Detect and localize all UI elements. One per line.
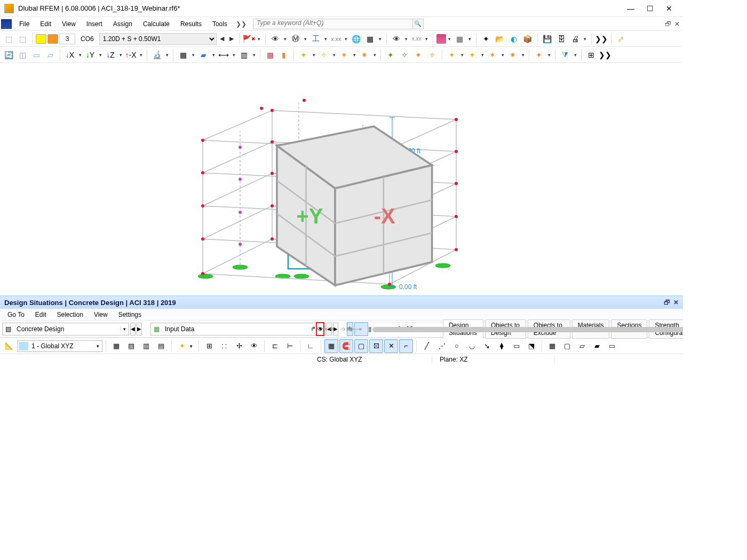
filter-right-icon[interactable]: ↱ 👁 x.xx ➩ ✖ ⇤ ⇥ ▦ 🌐 🖼 ? (354, 322, 368, 336)
topic-next-button[interactable]: ▶ (137, 323, 142, 335)
tool-star-dropdown[interactable]: ▾ (190, 343, 195, 349)
axis-m-icon[interactable]: Ⓜ (289, 33, 302, 45)
load-number-field[interactable]: 3 (59, 34, 75, 44)
line-dash-icon[interactable]: ⋰ (435, 339, 449, 353)
arc-icon[interactable]: ◡ (465, 339, 479, 353)
dash-iso3-icon[interactable]: ▭ (605, 339, 619, 353)
vertex-icon[interactable]: ⧫ (495, 339, 508, 353)
numeric-label-icon[interactable]: x.xx (330, 33, 343, 45)
wall2-icon[interactable]: ▦ (454, 33, 466, 45)
snap-end-icon[interactable]: ⊏ (268, 339, 282, 353)
next-combo-button[interactable]: ▶ (227, 35, 236, 42)
app-menu-icon[interactable] (1, 19, 12, 29)
menu-results[interactable]: Results (175, 19, 207, 29)
new-file-icon[interactable]: ✦ (480, 33, 492, 45)
diag2-icon[interactable]: ⬔ (525, 339, 538, 353)
axis-z-icon[interactable]: ↓Z (104, 49, 117, 61)
osnap-rect-icon[interactable]: ▢ (354, 339, 368, 353)
shift-right-icon[interactable]: ⇥ (356, 322, 362, 336)
refresh-view-icon[interactable]: 🔄 (2, 49, 15, 61)
tangent-icon[interactable]: ↘ (480, 339, 494, 353)
star13-icon[interactable]: ✦ (533, 49, 545, 61)
menu-insert[interactable]: Insert (81, 19, 108, 29)
expand-toolbar2-icon[interactable]: ❯❯ (599, 49, 611, 61)
menu-calculate[interactable]: Calculate (138, 19, 175, 29)
star10-icon[interactable]: ✦ (466, 49, 479, 61)
tool-a1-icon[interactable]: ▦ (109, 339, 123, 353)
hierarchy2-icon[interactable]: ⬚ (16, 33, 29, 45)
menu-expand-icon[interactable]: ❯❯ (233, 20, 250, 28)
model-viewport[interactable]: 0.00 ft 10.00 ft 20.00 ft 30.00 ft 40.00… (0, 63, 683, 295)
circle-icon[interactable]: ○ (450, 339, 464, 353)
sync-view-icon[interactable]: 👁 (316, 322, 324, 336)
result-eye-icon[interactable]: 👁 (390, 33, 403, 45)
tool-a3-icon[interactable]: ▥ (139, 339, 153, 353)
star5-icon[interactable]: ✦ (384, 49, 397, 61)
search-input[interactable]: Type a keyword (Alt+Q) (253, 19, 413, 29)
result-numeric-icon[interactable]: x.xx (410, 33, 423, 45)
star1-icon[interactable]: ✦ (297, 49, 310, 61)
nav-cube[interactable]: +Y -X (0, 68, 677, 301)
edge-icon[interactable]: ▭ (510, 339, 523, 353)
dash-iso1-icon[interactable]: ▱ (575, 339, 589, 353)
cs-select[interactable]: 1 - Global XYZ ▾ (17, 340, 102, 352)
panel-menu-settings[interactable]: Settings (113, 310, 147, 319)
dash-box-icon[interactable]: ▢ (560, 339, 574, 353)
panel-menu-edit[interactable]: Edit (30, 310, 52, 319)
save-as-icon[interactable]: 🗄 (555, 33, 568, 45)
tool-a4-icon[interactable]: ▤ (154, 339, 168, 353)
wall-icon[interactable] (436, 34, 446, 44)
box2-icon[interactable]: ▱ (44, 49, 57, 61)
iso-view-icon[interactable]: ◫ (16, 49, 29, 61)
osnap-grid-icon[interactable]: ▦ (324, 339, 338, 353)
load-combination-select[interactable]: 1.20D + S + 0.50W1 (99, 33, 217, 45)
hierarchy1-icon[interactable]: ⬚ (2, 33, 15, 45)
osnap-diag-icon[interactable]: ⛝ (369, 339, 383, 353)
color-swatch-yellow[interactable] (36, 34, 46, 44)
snap-dots-icon[interactable]: ⸬ (217, 339, 231, 353)
panel-menu-selection[interactable]: Selection (52, 310, 89, 319)
data-type-select[interactable]: ▦ Input Data ▾ (150, 323, 325, 335)
snap-mid-icon[interactable]: ⊢ (283, 339, 297, 353)
snap-eye-icon[interactable]: 👁 (247, 339, 261, 353)
cloud-icon[interactable]: ◐ (507, 33, 520, 45)
span-icon[interactable]: ⟷ (217, 49, 230, 61)
table-icon[interactable]: ▦ (177, 49, 189, 61)
color-swatch-orange[interactable] (47, 34, 58, 44)
dash-grid-icon[interactable]: ▦ (545, 339, 559, 353)
doc-close-button[interactable]: ✕ (674, 20, 680, 28)
osnap-magnet-icon[interactable]: 🧲 (339, 339, 353, 353)
minimize-button[interactable]: — (621, 1, 640, 16)
ibeam-icon[interactable]: 工 (309, 33, 322, 45)
snap-angle-icon[interactable]: ∟ (304, 339, 317, 353)
prev-combo-button[interactable]: ◀ (218, 35, 226, 42)
menu-tools[interactable]: Tools (207, 19, 233, 29)
design-topic-select[interactable]: ▧ Concrete Design ▾ (2, 323, 129, 335)
insert-row-icon[interactable]: ➩ (340, 322, 346, 336)
columns-icon[interactable]: ▥ (237, 49, 250, 61)
star9-icon[interactable]: ✦ (446, 49, 458, 61)
osnap-x-icon[interactable]: ✕ (384, 339, 398, 353)
globe-icon[interactable]: 🌐 (350, 33, 363, 45)
panel-menu-view[interactable]: View (89, 310, 113, 319)
star7-icon[interactable]: ✦ (412, 49, 425, 61)
filter-icon[interactable]: ⧩ (559, 49, 571, 61)
star8-icon[interactable]: ✧ (426, 49, 439, 61)
expand-toolbar-icon[interactable]: ❯❯ (595, 33, 608, 45)
print-icon[interactable]: 🖨 (569, 33, 582, 45)
osnap-tick-icon[interactable]: ⌐ (399, 339, 413, 353)
grid-icon[interactable]: ⊞ (585, 49, 598, 61)
menu-file[interactable]: File (14, 19, 35, 29)
mesh-icon[interactable]: ▩ (264, 49, 276, 61)
doc-restore-button[interactable]: 🗗 (665, 20, 671, 28)
flag-dropdown[interactable]: ▾ (257, 36, 262, 42)
axis-y-icon[interactable]: ↓Y (84, 49, 97, 61)
star4-icon[interactable]: ✷ (358, 49, 371, 61)
star11-icon[interactable]: ✶ (486, 49, 499, 61)
shift-left-icon[interactable]: ⇤ (351, 322, 356, 336)
maximize-button[interactable]: ☐ (640, 1, 659, 16)
axis-x-icon[interactable]: ↓X (63, 49, 76, 61)
delete-row-icon[interactable]: ✖ (346, 322, 351, 336)
snap-grid-icon[interactable]: ⊞ (202, 339, 216, 353)
tool-star-icon[interactable]: ✦ (175, 339, 189, 353)
